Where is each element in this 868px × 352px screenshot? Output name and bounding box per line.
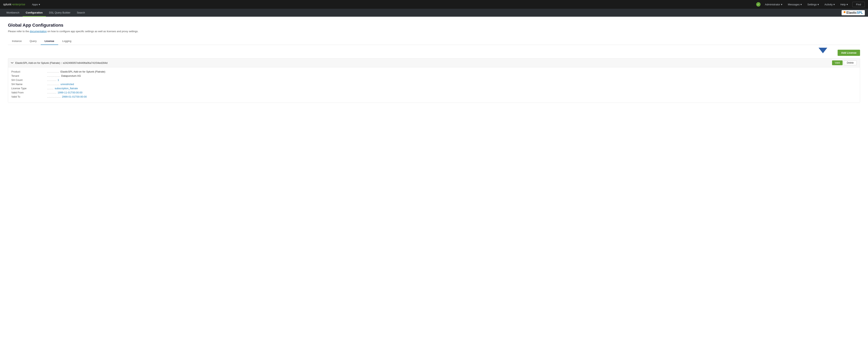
delete-button[interactable]: Delete	[844, 60, 857, 65]
nav-dsl-query-builder[interactable]: DSL Query Builder	[46, 9, 74, 17]
detail-key-valid-to: Valid To	[11, 95, 47, 98]
main-content: Global App Configurations Please refer t…	[0, 17, 868, 352]
tab-license[interactable]: License	[41, 37, 58, 45]
tab-instance-label: Instance	[12, 39, 22, 42]
detail-key-sh-count: SH Count	[11, 79, 47, 82]
messages-dropdown-icon: ▾	[801, 3, 802, 6]
logo-elastic-text: Elastic	[846, 11, 857, 14]
tab-logging-label: Logging	[62, 39, 71, 42]
tab-logging[interactable]: Logging	[58, 37, 75, 45]
detail-dots-valid-from: .............	[47, 91, 56, 94]
detail-value-valid-from: 1999-11-01T00:00:00	[58, 91, 83, 94]
license-actions: Add License	[8, 50, 860, 56]
detail-value-sh-count: 1	[58, 79, 59, 82]
splunk-logo: splunk>enterprise	[3, 3, 25, 6]
administrator-dropdown-icon: ▾	[781, 3, 782, 6]
add-license-button[interactable]: Add License	[838, 50, 860, 56]
detail-value-license-type: subscription_flatrate	[55, 87, 78, 90]
logo-spl-text: SPL	[857, 11, 863, 14]
detail-dots-sh-count: .............	[47, 79, 56, 82]
detail-row-product: Product ................. ElasticSPL Add…	[11, 70, 857, 73]
nav-help[interactable]: Help ▾	[838, 0, 851, 9]
nav-settings[interactable]: Settings ▾	[805, 0, 822, 9]
tab-license-label: License	[45, 39, 54, 42]
arrow-indicator	[818, 48, 827, 53]
nav-messages[interactable]: Messages ▾	[785, 0, 805, 9]
detail-key-product: Product	[11, 70, 47, 73]
activity-dropdown-icon: ▾	[833, 3, 835, 6]
subtitle-post-text: on how to configure app specific setting…	[47, 30, 138, 33]
detail-dots-sh-name: .................	[47, 83, 59, 86]
nav-workbench-label: Workbench	[6, 11, 20, 14]
secondary-navigation: Workbench Configuration DSL Query Builde…	[0, 9, 868, 17]
nav-activity[interactable]: Activity ▾	[822, 0, 838, 9]
nav-administrator-label: Administrator	[765, 3, 780, 6]
status-indicator: ✓	[756, 2, 761, 6]
detail-key-license-type: License Type	[11, 87, 47, 90]
tab-query-label: Query	[30, 39, 36, 42]
find-button[interactable]: Find	[852, 2, 865, 7]
tab-instance[interactable]: Instance	[8, 37, 26, 45]
nav-search[interactable]: Search	[74, 9, 88, 17]
settings-dropdown-icon: ▾	[817, 3, 819, 6]
nav-configuration-label: Configuration	[26, 11, 43, 14]
detail-value-product: ElasticSPL Add-on for Splunk (Flatrate)	[60, 70, 105, 73]
detail-dots-tenant: ..................	[47, 74, 60, 77]
detail-row-sh-count: SH Count ............. 1	[11, 79, 857, 82]
detail-key-valid-from: Valid From	[11, 91, 47, 94]
nav-apps[interactable]: Apps ▾	[29, 0, 43, 9]
nav-apps-label: Apps	[32, 3, 38, 6]
detail-dots-valid-to: ...................	[47, 95, 61, 98]
detail-value-tenant: Datapunctum AG	[61, 74, 81, 77]
detail-dots-license-type: .........	[47, 87, 54, 90]
detail-row-sh-name: SH Name ................. unrestricted	[11, 83, 857, 86]
logo-orange-dot	[843, 11, 845, 13]
nav-search-label: Search	[77, 11, 85, 14]
tab-query[interactable]: Query	[26, 37, 40, 45]
documentation-link[interactable]: documentation	[30, 30, 47, 33]
help-dropdown-icon: ▾	[846, 3, 848, 6]
logo-arrow: >	[11, 3, 13, 6]
top-navigation: splunk>enterprise Apps ▾ ✓ Administrator…	[0, 0, 868, 9]
nav-administrator[interactable]: Administrator ▾	[762, 0, 785, 9]
license-header: ElasticSPL Add-on for Splunk (Flatrate) …	[8, 58, 860, 67]
nav-settings-label: Settings	[807, 3, 817, 6]
license-title: ElasticSPL Add-on for Splunk (Flatrate) …	[15, 61, 107, 64]
license-details: Product ................. ElasticSPL Add…	[8, 67, 860, 102]
detail-key-tenant: Tenant	[11, 74, 47, 77]
detail-dots-product: .................	[47, 70, 59, 73]
detail-key-sh-name: SH Name	[11, 83, 47, 86]
nav-workbench[interactable]: Workbench	[3, 9, 23, 17]
configuration-tabs: Instance Query License Logging	[8, 37, 860, 45]
detail-row-valid-to: Valid To ................... 2999-01-01T…	[11, 95, 857, 98]
detail-value-valid-to: 2999-01-01T00:00:00	[62, 95, 87, 98]
detail-row-license-type: License Type ......... subscription_flat…	[11, 87, 857, 90]
nav-messages-label: Messages	[788, 3, 800, 6]
logo-splunk-text: splunk	[3, 3, 11, 6]
license-header-right: Valid Delete	[832, 60, 857, 65]
page-title: Global App Configurations	[8, 23, 860, 28]
elasticspl-logo: ElasticSPL	[842, 10, 865, 15]
detail-row-tenant: Tenant .................. Datapunctum AG	[11, 74, 857, 77]
valid-badge-button[interactable]: Valid	[832, 60, 843, 65]
subtitle-pre-text: Please refer to the	[8, 30, 30, 33]
license-expand-icon[interactable]	[11, 61, 13, 64]
page-subtitle: Please refer to the documentation on how…	[8, 30, 860, 33]
nav-help-label: Help	[840, 3, 846, 6]
logo-enterprise-text: enterprise	[13, 3, 25, 6]
detail-value-sh-name: unrestricted	[60, 83, 74, 86]
nav-activity-label: Activity	[825, 3, 833, 6]
license-header-left: ElasticSPL Add-on for Splunk (Flatrate) …	[11, 61, 107, 64]
license-entry: ElasticSPL Add-on for Splunk (Flatrate) …	[8, 58, 860, 103]
nav-dsl-query-builder-label: DSL Query Builder	[49, 11, 70, 14]
apps-dropdown-icon: ▾	[39, 3, 40, 6]
detail-row-valid-from: Valid From ............. 1999-11-01T00:0…	[11, 91, 857, 94]
nav-configuration[interactable]: Configuration	[23, 9, 46, 17]
